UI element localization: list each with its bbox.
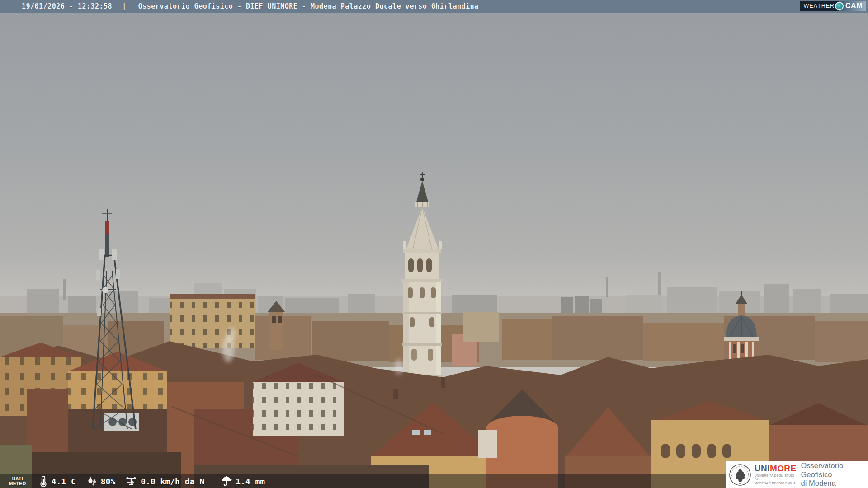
weathercam-weather-label: WEATHER	[800, 1, 839, 11]
timestamp: 19/01/2026 - 12:32:58	[22, 2, 112, 10]
humidity-value: 80%	[101, 477, 116, 486]
unimore-branding: UNIMORE UNIVERSITÀ DEGLI STUDI DI MODENA…	[726, 461, 868, 488]
ghirlandina-tower	[401, 172, 443, 390]
university-subtitle: UNIVERSITÀ DEGLI STUDI DI MODENA E REGGI…	[755, 474, 797, 485]
top-bar: 19/01/2026 - 12:32:58 | Osservatorio Geo…	[0, 0, 868, 13]
dati-meteo-label: DATI METEO	[9, 476, 26, 487]
camera-title: Osservatorio Geofisico - DIEF UNIMORE - …	[138, 2, 479, 10]
unimore-more-text: MORE	[770, 464, 797, 473]
anemometer-icon	[125, 475, 137, 487]
webcam-photo	[0, 0, 868, 488]
humidity-drops-icon	[86, 475, 98, 487]
separator: |	[122, 2, 127, 10]
thermometer-icon	[38, 475, 48, 487]
wind-value: 0.0 km/h da N	[141, 477, 204, 486]
rain-value: 1.4 mm	[236, 477, 265, 486]
wind-reading: 0.0 km/h da N	[125, 475, 204, 487]
webcam-viewer: 19/01/2026 - 12:32:58 | Osservatorio Geo…	[0, 0, 868, 488]
unimore-seal-logo	[729, 463, 751, 487]
temperature-reading: 4.1 C	[38, 475, 76, 487]
humidity-reading: 80%	[86, 475, 116, 487]
unimore-wordmark: UNIMORE UNIVERSITÀ DEGLI STUDI DI MODENA…	[755, 464, 797, 485]
modena-cityscape	[0, 0, 868, 488]
camera-lens-icon	[835, 2, 844, 10]
observatory-name: Osservatorio Geofisico di Modena	[801, 461, 868, 488]
rain-reading: 1.4 mm	[221, 475, 265, 487]
weathercam-logo: WEATHER CAM	[800, 1, 866, 11]
unimore-uni-text: UNI	[755, 464, 770, 473]
umbrella-icon	[221, 475, 232, 487]
temperature-value: 4.1 C	[52, 477, 76, 486]
